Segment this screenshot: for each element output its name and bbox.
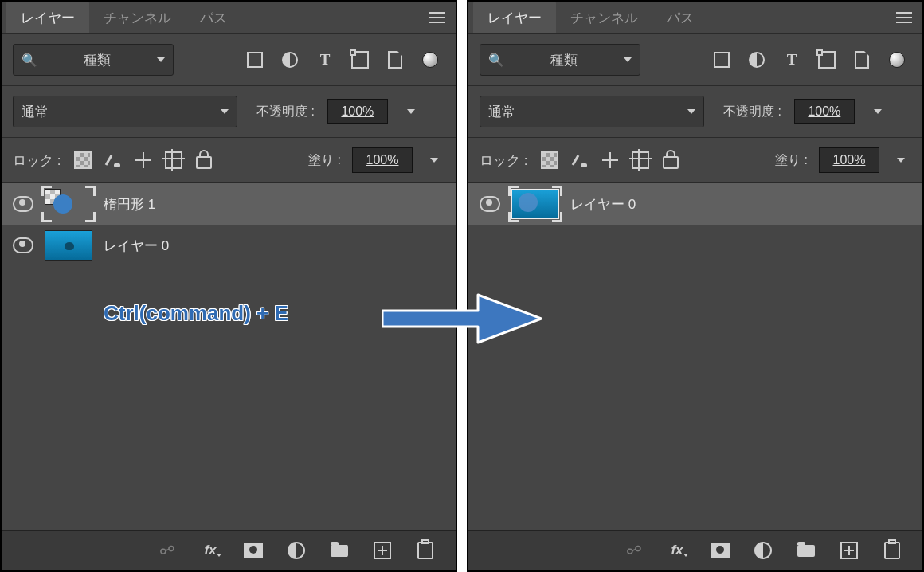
lock-icon: [663, 156, 679, 169]
tab-channels[interactable]: チャンネル: [89, 2, 186, 33]
layer-item[interactable]: 楕円形 1: [2, 183, 456, 225]
chevron-down-icon: [897, 158, 905, 163]
link-layers-button[interactable]: ⚯: [158, 541, 177, 560]
new-layer-button[interactable]: [373, 541, 392, 560]
new-layer-button[interactable]: [840, 541, 859, 560]
filter-type-dropdown[interactable]: 🔍 種類: [480, 44, 640, 76]
tab-paths[interactable]: パス: [652, 2, 708, 33]
lock-artboard-button[interactable]: [631, 151, 650, 170]
filter-type-t-icon[interactable]: T: [782, 50, 801, 69]
visibility-toggle[interactable]: [13, 196, 33, 212]
layer-thumbnail[interactable]: [45, 189, 92, 219]
layer-item[interactable]: レイヤー 0: [468, 183, 922, 225]
fill-label: 塗り :: [775, 152, 808, 169]
filter-type-label: 種類: [84, 51, 111, 69]
lock-pixels-button[interactable]: [73, 151, 92, 170]
tab-bar: レイヤー チャンネル パス: [2, 2, 456, 34]
opacity-value[interactable]: 100%: [327, 99, 388, 124]
visibility-toggle[interactable]: [13, 237, 33, 253]
toggle-icon: [422, 52, 438, 68]
link-layers-button[interactable]: ⚯: [624, 541, 644, 560]
opacity-chevron[interactable]: [401, 99, 421, 124]
lock-artboard-button[interactable]: [164, 151, 183, 170]
fill-chevron[interactable]: [891, 147, 911, 173]
lock-row: ロック : 塗り : 100%: [2, 138, 456, 183]
filter-shape-icon[interactable]: [350, 50, 370, 69]
chevron-down-icon: [407, 109, 415, 114]
filter-pixel-icon[interactable]: [712, 50, 731, 69]
lock-paint-button[interactable]: [570, 151, 589, 170]
lock-icon: [196, 156, 212, 169]
blend-row: 通常 不透明度 : 100%: [468, 86, 922, 138]
tab-layers[interactable]: レイヤー: [6, 2, 89, 33]
filter-shape-icon[interactable]: [817, 50, 836, 69]
delete-layer-button[interactable]: [883, 541, 902, 560]
layer-name: 楕円形 1: [104, 195, 155, 214]
mask-icon: [244, 543, 263, 558]
add-mask-button[interactable]: [244, 541, 263, 560]
chevron-down-icon: [430, 158, 438, 163]
new-group-button[interactable]: [797, 541, 816, 560]
brush-icon: [106, 153, 120, 167]
fill-value[interactable]: 100%: [352, 147, 413, 173]
blend-row: 通常 不透明度 : 100%: [2, 86, 456, 138]
tab-paths[interactable]: パス: [186, 2, 241, 33]
folder-icon: [331, 545, 348, 557]
artboard-icon: [165, 151, 182, 169]
lock-position-button[interactable]: [134, 151, 153, 170]
add-adjustment-button[interactable]: [287, 541, 306, 560]
layer-thumbnail[interactable]: [45, 230, 92, 261]
tab-channels[interactable]: チャンネル: [556, 2, 652, 33]
layer-name: レイヤー 0: [104, 237, 169, 255]
eye-icon: [480, 196, 500, 212]
filter-type-t-icon[interactable]: T: [315, 50, 335, 69]
link-icon: ⚯: [624, 539, 644, 563]
lock-paint-button[interactable]: [104, 151, 123, 170]
blend-mode-dropdown[interactable]: 通常: [13, 96, 237, 127]
opacity-value[interactable]: 100%: [794, 99, 855, 124]
filter-adjust-icon[interactable]: [747, 50, 766, 69]
lock-position-button[interactable]: [601, 151, 620, 170]
delete-layer-button[interactable]: [416, 541, 435, 560]
lock-all-button[interactable]: [194, 151, 213, 170]
lock-all-button[interactable]: [661, 151, 680, 170]
new-group-button[interactable]: [330, 541, 349, 560]
fill-value[interactable]: 100%: [819, 147, 879, 173]
filter-toggle[interactable]: [887, 50, 906, 69]
filter-smart-icon[interactable]: [386, 50, 405, 69]
filter-pixel-icon[interactable]: [245, 50, 264, 69]
filter-type-dropdown[interactable]: 🔍 種類: [13, 44, 174, 76]
smartobject-icon: [388, 51, 402, 69]
opacity-chevron[interactable]: [867, 99, 888, 124]
panel-menu-button[interactable]: [892, 2, 916, 33]
add-mask-button[interactable]: [711, 541, 730, 560]
filter-adjust-icon[interactable]: [280, 50, 300, 69]
lock-label: ロック :: [480, 151, 527, 170]
fx-icon: fx: [204, 543, 216, 558]
layer-style-button[interactable]: fx: [201, 541, 220, 560]
text-icon: T: [787, 51, 797, 69]
search-icon: 🔍: [22, 53, 37, 68]
visibility-toggle[interactable]: [480, 196, 500, 212]
layer-item[interactable]: レイヤー 0: [2, 225, 456, 266]
lock-pixels-button[interactable]: [540, 151, 559, 170]
chevron-down-icon: [157, 57, 165, 62]
layer-thumbnail[interactable]: [511, 189, 559, 219]
layers-panel-after: レイヤー チャンネル パス 🔍 種類 T 通常: [467, 0, 924, 572]
layer-style-button[interactable]: fx: [668, 541, 687, 560]
artboard-icon: [632, 151, 649, 169]
filter-row: 🔍 種類 T: [468, 34, 922, 86]
trash-icon: [884, 542, 900, 559]
opacity-label: 不透明度 :: [256, 104, 315, 120]
filter-smart-icon[interactable]: [852, 50, 871, 69]
fill-chevron[interactable]: [424, 147, 444, 173]
tab-layers[interactable]: レイヤー: [473, 2, 556, 33]
filter-toggle[interactable]: [421, 50, 440, 69]
move-icon: [135, 152, 151, 168]
search-icon: 🔍: [488, 53, 504, 68]
blend-mode-dropdown[interactable]: 通常: [480, 96, 704, 127]
hamburger-icon: [896, 17, 912, 18]
panel-menu-button[interactable]: [425, 2, 449, 33]
lock-row: ロック : 塗り : 100%: [468, 138, 922, 183]
add-adjustment-button[interactable]: [754, 541, 773, 560]
